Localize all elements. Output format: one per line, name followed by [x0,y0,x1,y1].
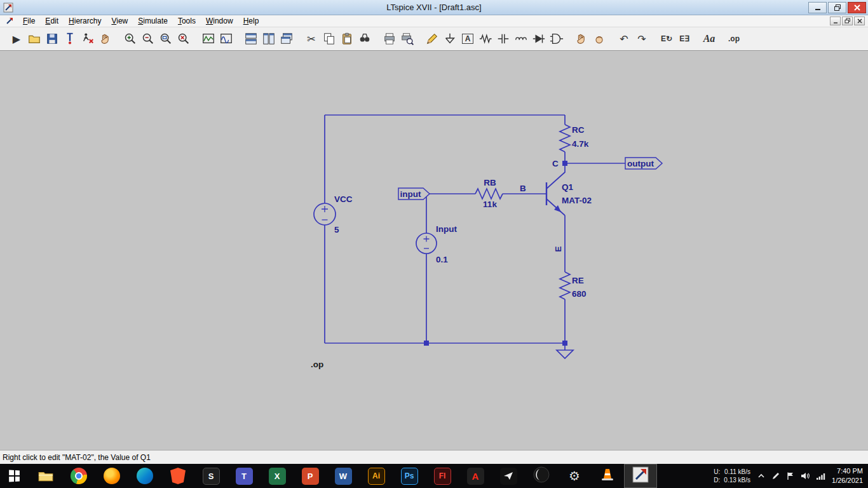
taskbar-ltspice[interactable] [624,464,657,488]
taskbar-telegram[interactable] [492,464,525,488]
taskbar-clock[interactable]: 7:40 PM 1/26/2021 [832,466,863,486]
taskbar-edge[interactable] [128,464,161,488]
menu-file[interactable]: File [18,15,40,27]
undo-icon[interactable]: ↶ [615,30,633,48]
taskbar-firefox[interactable] [95,464,128,488]
pan-hand-icon[interactable] [97,30,114,48]
paste-icon[interactable] [338,30,356,48]
taskbar-dark-circle-app[interactable] [525,464,558,488]
input-net-label[interactable]: input [400,189,421,199]
zoom-full-extents-icon[interactable] [157,30,175,48]
component-input-source[interactable] [416,233,437,254]
spice-directive-icon[interactable]: .op [725,30,743,48]
halt-icon[interactable] [79,30,97,48]
mirror-icon[interactable]: E∃ [675,30,693,48]
tile-horizontal-icon[interactable] [242,30,260,48]
move-icon[interactable] [573,30,590,48]
cut-icon[interactable]: ✂ [302,30,320,48]
run-icon[interactable]: ▶ [8,30,25,48]
network-tray-icon[interactable] [816,471,825,480]
taskbar-file-explorer[interactable] [29,464,62,488]
close-button[interactable] [848,2,866,13]
taskbar-acrobat[interactable]: A [459,464,492,488]
taskbar-chrome[interactable] [62,464,95,488]
component-vcc-source[interactable] [314,203,336,225]
taskbar-excel[interactable]: X [261,464,294,488]
print-icon[interactable] [381,30,398,48]
component-rb-resistor[interactable] [475,189,503,199]
drag-icon[interactable] [590,30,608,48]
mdi-minimize-button[interactable] [830,17,841,25]
minimize-button[interactable] [808,2,827,13]
taskbar-teams[interactable]: T [227,464,261,488]
component-icon[interactable] [548,30,566,48]
save-icon[interactable] [43,30,61,48]
net-label-icon[interactable]: A [459,30,477,48]
restore-button[interactable] [828,2,846,13]
zoom-back-icon[interactable] [175,30,193,48]
vcc-ref-label[interactable]: VCC [334,194,353,204]
find-icon[interactable] [356,30,374,48]
taskbar-gear-pen-app[interactable]: ⚙ [558,464,591,488]
schematic-canvas[interactable]: VCC 5 Input 0.1 RB 11k RC 4.7k RE 680 Q1… [0,51,868,450]
schematic-area[interactable]: VCC 5 Input 0.1 RB 11k RC 4.7k RE 680 Q1… [0,51,868,450]
rotate-icon[interactable]: E↻ [658,30,675,48]
taskbar-powerpoint[interactable]: P [294,464,327,488]
show-hidden-icons-chevron[interactable] [757,471,766,480]
menu-help[interactable]: Help [238,15,264,27]
mdi-close-button[interactable] [854,17,865,25]
start-button[interactable] [0,464,29,488]
output-net-label[interactable]: output [627,159,654,168]
menu-tools[interactable]: Tools [173,15,201,27]
menu-hierarchy[interactable]: Hierarchy [64,15,106,27]
taskbar-brave[interactable] [161,464,194,488]
taskbar-vlc[interactable] [591,464,624,488]
tile-vertical-icon[interactable] [260,30,278,48]
wires[interactable] [325,115,625,350]
ground-symbol[interactable] [557,350,573,358]
copy-icon[interactable] [320,30,338,48]
ground-icon[interactable] [441,30,459,48]
titlebar[interactable]: LTspice XVII - [Draft1.asc] [0,0,868,15]
print-preview-icon[interactable] [398,30,416,48]
net-speed-monitor[interactable]: U: 0.11 kB/s D: 0.13 kB/s [714,468,750,485]
autorange-plot-icon[interactable] [200,30,217,48]
text-icon[interactable]: Aa [700,30,718,48]
inductor-icon[interactable] [512,30,530,48]
menu-simulate[interactable]: Simulate [133,15,173,27]
input-source-value-label[interactable]: 0.1 [436,255,448,264]
zoom-in-icon[interactable] [121,30,139,48]
rc-value-label[interactable]: 4.7k [572,139,589,149]
taskbar-s-app[interactable]: S [194,464,227,488]
cascade-windows-icon[interactable] [278,30,295,48]
pen-tray-icon[interactable] [771,471,780,480]
re-ref-label[interactable]: RE [572,276,584,285]
volume-tray-icon[interactable] [801,471,810,480]
draw-wire-icon[interactable] [423,30,441,48]
diode-icon[interactable] [530,30,548,48]
taskbar-word[interactable]: W [327,464,360,488]
rb-value-label[interactable]: 11k [483,200,497,209]
taskbar-illustrator[interactable]: Ai [360,464,393,488]
flag-tray-icon[interactable] [786,471,795,480]
capacitor-icon[interactable] [494,30,512,48]
re-value-label[interactable]: 680 [572,289,587,299]
component-re-resistor[interactable] [560,272,570,299]
menu-window[interactable]: Window [201,15,238,27]
taskbar-photoshop[interactable]: Ps [393,464,426,488]
open-file-icon[interactable] [25,30,43,48]
resistor-icon[interactable] [477,30,494,48]
rb-ref-label[interactable]: RB [484,178,496,187]
rc-ref-label[interactable]: RC [572,125,585,135]
q1-value-label[interactable]: MAT-02 [562,196,592,205]
taskbar-flash[interactable]: Fl [426,464,459,488]
zoom-out-icon[interactable] [139,30,157,48]
mdi-restore-button[interactable] [842,17,853,25]
redo-icon[interactable]: ↷ [633,30,651,48]
component-rc-resistor[interactable] [560,125,570,152]
spice-directive-text[interactable]: .op [311,360,323,369]
probe-icon[interactable] [61,30,79,48]
vcc-value-label[interactable]: 5 [334,225,339,234]
menu-edit[interactable]: Edit [40,15,64,27]
menu-view[interactable]: View [106,15,133,27]
